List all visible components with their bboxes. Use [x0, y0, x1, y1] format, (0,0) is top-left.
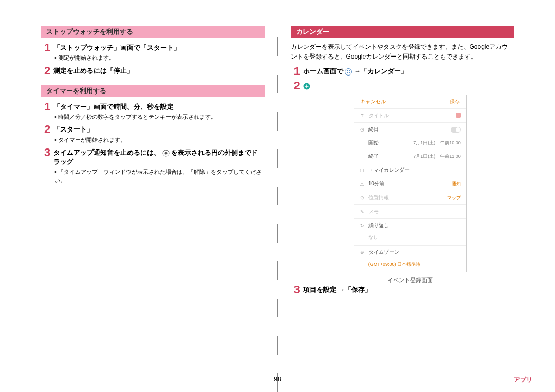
step-title: ホーム画面で →「カレンダー」: [303, 67, 514, 76]
reminder-action: 通知: [452, 181, 461, 188]
column-divider: [278, 26, 278, 392]
apps-grid-icon: [345, 68, 352, 76]
step-number: 3: [41, 147, 53, 158]
step-title: 「タイマー」画面で時間、分、秒を設定: [53, 102, 265, 111]
svg-rect-6: [349, 72, 350, 73]
bell-icon: △: [359, 181, 365, 186]
right-column: カレンダー カレンダーを表示してイベントやタスクを登録できます。また、Googl…: [281, 26, 525, 392]
allday-label: 終日: [368, 126, 448, 133]
svg-rect-3: [347, 70, 348, 71]
cancel-label: キャンセル: [360, 98, 386, 105]
timezone-value: (GMT+09:00) 日本標準時: [354, 259, 466, 272]
color-dot-icon: [456, 113, 461, 119]
calendar-icon: ▢: [359, 167, 365, 173]
timezone-label: タイムゾーン: [368, 249, 461, 256]
step-title: 「スタート」: [53, 125, 265, 134]
intro-text: カレンダーを表示してイベントやタスクを登録できます。また、Googleアカウント…: [291, 42, 514, 62]
step-number: 1: [41, 42, 53, 53]
page-number: 98: [274, 376, 281, 383]
svg-rect-5: [347, 72, 348, 73]
step-number: 3: [291, 284, 303, 295]
footer-category: アプリ: [514, 376, 532, 384]
end-value: 7月1日(土) 午前11:00: [413, 153, 461, 160]
title-placeholder: タイトル: [368, 112, 453, 119]
memo-icon: ✎: [359, 209, 365, 214]
step: 1 「タイマー」画面で時間、分、秒を設定 時間／分／秒の数字をタップするとテンキ…: [41, 101, 265, 121]
step-note: タイマーが開始されます。: [53, 136, 265, 144]
end-label: 終了: [368, 153, 410, 160]
globe-icon: ⊕: [359, 250, 365, 255]
step-title: 項目を設定 →「保存」: [303, 285, 514, 294]
dismiss-icon: [162, 150, 170, 157]
step-note: 「タイムアップ」ウィンドウが表示された場合は、「解除」をタップしてください。: [53, 167, 265, 184]
step: 3 タイムアップ通知音を止めるには、 を表示される円の外側までドラッグ 「タイム…: [41, 147, 265, 184]
calendar-label: ・マイカレンダー: [368, 166, 461, 174]
step: 2: [291, 80, 514, 91]
start-label: 開始: [368, 139, 410, 146]
step-number: 1: [41, 101, 53, 113]
event-screen-mock: キャンセル 保存 T タイトル ◷ 終日 開始 7月1日(土) 午前10:00: [306, 95, 514, 284]
title-icon: T: [359, 113, 365, 118]
step-number: 2: [41, 124, 53, 135]
step-note: 測定が開始されます。: [53, 53, 265, 62]
step-note: 時間／分／秒の数字をタップするとテンキーが表示されます。: [53, 113, 265, 121]
step-number: 2: [291, 80, 303, 91]
step: 2 測定を止めるには「停止」: [41, 65, 265, 77]
step-text: ホーム画面で: [303, 67, 345, 75]
step-title: タイムアップ通知音を止めるには、 を表示される円の外側までドラッグ: [53, 148, 265, 166]
step-text: →「カレンダー」: [354, 67, 408, 75]
mock-caption: イベント登録画面: [387, 276, 433, 284]
left-column: ストップウォッチを利用する 1 「ストップウォッチ」画面で「スタート」 測定が開…: [31, 26, 275, 392]
step-title: 「ストップウォッチ」画面で「スタート」: [53, 43, 265, 52]
step-title: [303, 81, 514, 90]
step-title: 測定を止めるには「停止」: [53, 66, 265, 76]
repeat-icon: ↻: [359, 223, 365, 228]
start-value: 7月1日(土) 午前10:00: [413, 140, 461, 146]
save-label: 保存: [450, 98, 460, 105]
toggle-icon: [451, 127, 461, 133]
step: 3 項目を設定 →「保存」: [291, 284, 514, 295]
location-label: 位置情報: [368, 194, 444, 201]
section-header-calendar: カレンダー: [291, 26, 514, 38]
svg-rect-8: [456, 113, 461, 118]
svg-point-2: [345, 68, 352, 75]
clock-icon: ◷: [359, 127, 365, 132]
mock-header: キャンセル 保存: [354, 95, 466, 108]
svg-rect-4: [349, 70, 350, 71]
reminder-label: 10分前: [368, 180, 449, 188]
step-number: 2: [41, 65, 53, 77]
manual-page: ストップウォッチを利用する 1 「ストップウォッチ」画面で「スタート」 測定が開…: [0, 0, 555, 392]
step: 1 ホーム画面で →「カレンダー」: [291, 66, 514, 77]
step: 2 「スタート」 タイマーが開始されます。: [41, 124, 265, 144]
step: 1 「ストップウォッチ」画面で「スタート」 測定が開始されます。: [41, 42, 265, 62]
section-header-stopwatch: ストップウォッチを利用する: [41, 26, 265, 38]
svg-point-1: [164, 152, 167, 154]
add-icon: [303, 83, 310, 90]
section-header-timer: タイマーを利用する: [41, 85, 265, 97]
step-number: 1: [291, 66, 303, 77]
step-text: タイムアップ通知音を止めるには、: [53, 148, 160, 156]
location-action: マップ: [447, 195, 461, 201]
repeat-label: 繰り返し: [368, 222, 461, 229]
repeat-value: なし: [354, 232, 466, 245]
location-icon: ⊙: [359, 195, 365, 200]
memo-label: メモ: [368, 208, 461, 215]
